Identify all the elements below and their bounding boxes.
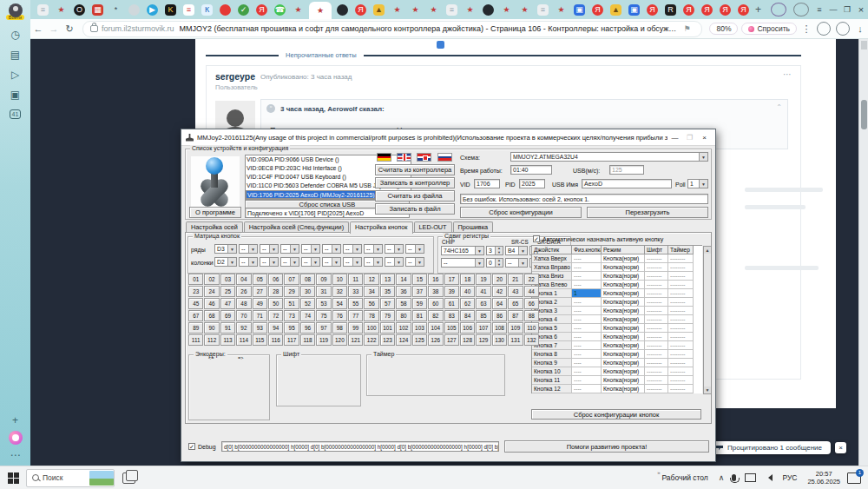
table-cell[interactable]: Кнопка(норм) [602,254,645,263]
table-row[interactable]: Кнопка 7----Кнопка(норм)---------------- [532,341,702,350]
col-pin-select[interactable]: --▼ [343,257,362,267]
col-pin-select[interactable]: --▼ [364,257,383,267]
table-scroll-up-icon[interactable]: ▲ [704,247,711,254]
matrix-button-12[interactable]: 12 [364,274,378,285]
table-cell[interactable]: -------- [645,298,668,307]
back-button[interactable]: ← [30,23,46,34]
dialog-minimize-button[interactable]: — [667,134,682,142]
new-tab-button[interactable]: + [751,3,766,17]
matrix-button-64[interactable]: 64 [492,298,507,309]
matrix-button-41[interactable]: 41 [476,286,490,297]
table-cell[interactable]: ---- [572,376,602,385]
row-pin-select[interactable]: --▼ [260,244,279,254]
k-blue-icon[interactable]: К [201,4,213,16]
table-cell[interactable]: Кнопка(норм) [602,281,645,289]
matrix-button-47[interactable]: 47 [220,298,235,309]
col-pin-select[interactable]: --▼ [301,257,320,267]
matrix-button-84[interactable]: 84 [460,310,475,321]
usb-device-item[interactable]: VID:1706 PID:2025 AexoD (MMJoy2-20161125… [246,190,376,199]
about-button[interactable]: О программе [189,207,241,218]
table-scroll-down-icon[interactable]: ▼ [704,387,711,393]
matrix-button-126[interactable]: 126 [428,334,443,346]
reset-buttons-config-button[interactable]: Сброс конфигурации кнопок [531,409,701,420]
sr-chip-select[interactable]: --▼ [441,258,484,268]
matrix-button-109[interactable]: 109 [508,322,523,334]
matrix-button-131[interactable]: 131 [508,334,523,346]
star-icon[interactable]: ★ [410,4,421,16]
controller-io-button[interactable]: Записать в контроллер [375,177,455,188]
matrix-button-130[interactable]: 130 [492,334,507,346]
matrix-button-132[interactable]: 132 [524,334,539,346]
matrix-button-119[interactable]: 119 [316,334,331,346]
table-row[interactable]: Хатка Влево----Кнопка(норм)-------------… [532,281,702,289]
taskbar-search[interactable]: Поиск [26,469,115,487]
matrix-button-10[interactable]: 10 [332,274,347,285]
matrix-button-124[interactable]: 124 [396,334,411,346]
matrix-button-108[interactable]: 108 [492,322,507,334]
matrix-button-79[interactable]: 79 [380,310,395,321]
matrix-button-40[interactable]: 40 [460,286,475,297]
row-pin-select[interactable]: --▼ [405,244,424,254]
telegram-icon[interactable]: ▶ [147,4,158,16]
matrix-button-30[interactable]: 30 [300,286,315,297]
matrix-button-44[interactable]: 44 [524,286,539,297]
table-cell[interactable]: -------- [668,376,694,385]
table-cell[interactable]: Кнопка(норм) [602,376,645,385]
table-cell[interactable]: Кнопка(норм) [602,315,645,324]
red-circle-icon[interactable] [220,4,231,16]
active-tab[interactable]: ★ [309,2,332,19]
table-row[interactable]: Кнопка 3----Кнопка(норм)---------------- [532,307,702,315]
matrix-button-86[interactable]: 86 [492,310,507,321]
matrix-button-129[interactable]: 129 [476,334,490,346]
clock[interactable]: 20:5725.06.2025 [807,470,840,486]
table-cell[interactable]: -------- [668,341,694,350]
yandex-icon[interactable]: Я [701,4,713,16]
matrix-button-96[interactable]: 96 [300,322,315,334]
matrix-button-17[interactable]: 17 [444,274,459,285]
table-cell[interactable]: Кнопка 9 [532,359,572,367]
yandex-icon[interactable]: Я [355,4,366,16]
matrix-button-82[interactable]: 82 [428,310,443,321]
matrix-button-21[interactable]: 21 [508,274,523,285]
weather-widget-thumbnail[interactable] [89,471,114,486]
table-cell[interactable]: ---- [572,350,602,359]
matrix-button-118[interactable]: 118 [300,334,315,346]
zen-feed-icon[interactable]: ▤ [10,50,20,60]
sr-cs-select[interactable]: B4▼ [505,246,528,255]
github-icon[interactable] [337,4,348,16]
table-cell[interactable]: Кнопка(норм) [602,298,645,307]
table-cell[interactable]: -------- [668,367,694,376]
matrix-button-60[interactable]: 60 [428,298,443,309]
language-indicator[interactable]: РУС [782,473,797,482]
matrix-button-95[interactable]: 95 [284,322,299,334]
row-pin-select[interactable]: --▼ [301,244,320,254]
table-cell[interactable]: ---- [572,385,602,393]
table-cell[interactable]: -------- [645,376,668,385]
matrix-button-88[interactable]: 88 [524,310,539,321]
matrix-button-67[interactable]: 67 [188,310,203,321]
table-cell[interactable]: Кнопка 8 [532,350,572,359]
quoted-toast-pill[interactable]: Процитировано 1 сообщение [707,441,831,454]
matrix-button-3[interactable]: 03 [220,274,235,285]
column-header[interactable]: Джойстик [532,246,572,254]
row-pin-select[interactable]: --▼ [385,244,404,254]
table-cell[interactable]: ---- [572,341,602,350]
matrix-button-23[interactable]: 23 [188,286,203,297]
matrix-button-5[interactable]: 05 [253,274,267,285]
dialog-title-bar[interactable]: MMJoy2-20161125(Any usage of this projec… [181,129,715,146]
matrix-button-36[interactable]: 36 [396,286,411,297]
matrix-button-71[interactable]: 71 [253,310,267,321]
matrix-button-74[interactable]: 74 [300,310,315,321]
doc-icon[interactable]: ≡ [537,4,549,16]
matrix-button-11[interactable]: 11 [348,274,363,285]
toast-close-icon[interactable]: × [835,442,846,453]
desktop-toolbar-label[interactable]: Рабочий стол [661,473,707,482]
matrix-button-68[interactable]: 68 [204,310,219,321]
matrix-button-24[interactable]: 24 [204,286,219,297]
tv-blue-icon[interactable]: ▣ [628,4,640,16]
matrix-button-123[interactable]: 123 [380,334,395,346]
controller-io-button[interactable]: Записать в файл [375,203,455,215]
table-cell[interactable]: Кнопка(норм) [602,307,645,315]
table-cell[interactable]: ---- [572,254,602,263]
matrix-button-29[interactable]: 29 [284,286,299,297]
